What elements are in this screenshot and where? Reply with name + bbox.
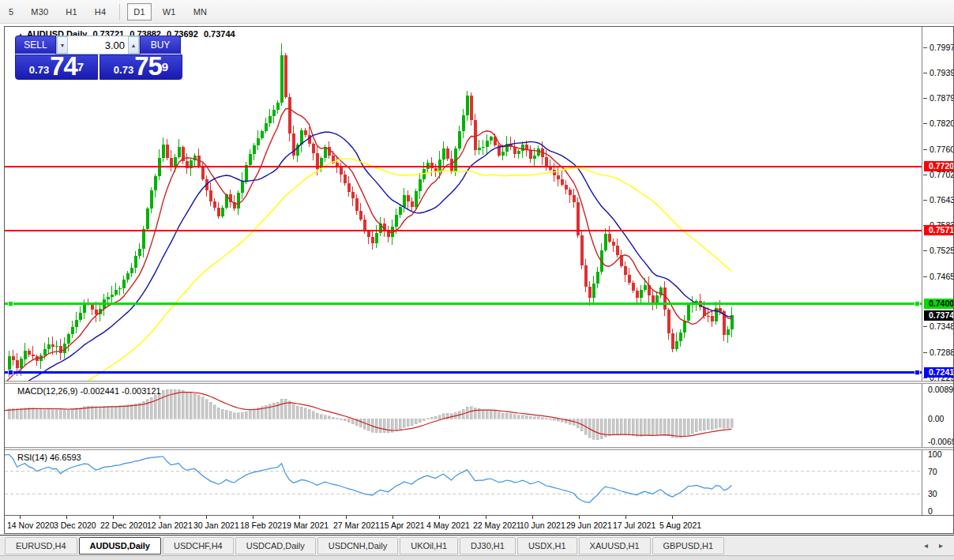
moving-average-line-50[interactable] bbox=[5, 159, 732, 381]
tab-gbpusd-h1[interactable]: GBPUSD,H1 bbox=[652, 537, 725, 554]
macd-axis-zero: 0.00 bbox=[928, 414, 944, 423]
macd-axis-max: 0.008903 bbox=[928, 385, 953, 394]
macd-values: -0.002441 -0.003121 bbox=[80, 386, 160, 396]
timeframe-button-d1[interactable]: D1 bbox=[127, 3, 151, 21]
date-tick-mark bbox=[20, 516, 21, 519]
tab-eurusd-h4[interactable]: EURUSD,H4 bbox=[5, 537, 77, 554]
moving-average-line-8[interactable] bbox=[5, 108, 732, 381]
tab-usdcnh-daily[interactable]: USDCNH,Daily bbox=[317, 537, 399, 554]
timeframe-toolbar: 5M30H1H4D1W1MN bbox=[0, 0, 954, 24]
date-label: 17 Jul 2021 bbox=[613, 521, 655, 530]
date-tick-mark bbox=[66, 516, 67, 519]
line-handle[interactable] bbox=[8, 370, 13, 375]
date-label: 12 Jan 2021 bbox=[147, 521, 193, 530]
date-label: 22 May 2021 bbox=[473, 521, 521, 530]
date-label: 10 Jun 2021 bbox=[520, 521, 565, 530]
macd-pane: MACD(12,26,9) -0.002441 -0.003121 0.0089… bbox=[5, 384, 953, 447]
line-handle[interactable] bbox=[915, 302, 919, 306]
symbol-tabbar: EURUSD,H4AUDUSD,DailyUSDCHF,H4USDCAD,Dai… bbox=[0, 535, 954, 555]
tab-dj30-h1[interactable]: DJ30,H1 bbox=[460, 537, 516, 554]
timeframe-button-m30[interactable]: M30 bbox=[24, 3, 54, 21]
price-tick-mark bbox=[923, 250, 927, 251]
macd-label: MACD(12,26,9) -0.002441 -0.003121 bbox=[17, 386, 161, 396]
timeframe-button-mn[interactable]: MN bbox=[187, 3, 214, 21]
date-label: 15 Apr 2021 bbox=[380, 521, 425, 530]
timeframe-button-h1[interactable]: H1 bbox=[59, 3, 83, 21]
date-tick-mark bbox=[392, 516, 393, 519]
rsi-value: 46.6593 bbox=[50, 453, 81, 462]
rsi-label: RSI(14) 46.6593 bbox=[17, 453, 81, 462]
date-tick-mark bbox=[625, 516, 626, 519]
line-handle[interactable] bbox=[915, 370, 919, 375]
ask-pip-digit: 9 bbox=[162, 55, 168, 79]
tab-audusd-daily[interactable]: AUDUSD,Daily bbox=[79, 537, 161, 554]
tab-scroll-arrows: ◂ ▸ bbox=[924, 541, 943, 550]
tab-scroll-right-icon[interactable]: ▸ bbox=[939, 541, 943, 550]
bottom-scroll-strip[interactable] bbox=[0, 555, 954, 560]
rsi-plot[interactable] bbox=[5, 450, 922, 515]
one-click-trade-panel: SELL ▼ ▲ BUY 0.73 74 7 0.73 bbox=[15, 36, 182, 80]
bid-pip-digit: 7 bbox=[77, 55, 84, 79]
bid-big-digits: 74 bbox=[50, 55, 77, 77]
price-tick-label: 0.78790 bbox=[930, 93, 953, 103]
rsi-pane: RSI(14) 46.6593 10070300 bbox=[5, 450, 953, 515]
rsi-axis[interactable]: 10070300 bbox=[923, 450, 953, 515]
price-tick-mark bbox=[923, 326, 927, 327]
tab-xauusd-h1[interactable]: XAUUSD,H1 bbox=[579, 537, 651, 554]
price-tick-label: 0.72880 bbox=[930, 348, 953, 357]
chart-window: ▲AUDUSD,Daily 0.73721 0.73882 0.73692 0.… bbox=[4, 26, 954, 534]
price-tick-mark bbox=[923, 378, 927, 378]
date-axis[interactable]: 14 Nov 20203 Dec 202022 Dec 202012 Jan 2… bbox=[5, 515, 953, 533]
ask-price-display[interactable]: 0.73 75 9 bbox=[100, 54, 182, 80]
rsi-axis-label-30: 30 bbox=[928, 489, 937, 498]
price-tick-label: 0.77605 bbox=[930, 145, 953, 154]
rsi-axis-label-0: 0 bbox=[928, 506, 933, 515]
date-tick-mark bbox=[532, 516, 533, 519]
tab-scroll-left-icon[interactable]: ◂ bbox=[924, 541, 928, 550]
price-tick-mark bbox=[923, 276, 927, 277]
date-tick-mark bbox=[579, 516, 580, 519]
tab-ukoil-h1[interactable]: UKOil,H1 bbox=[400, 537, 458, 554]
price-tick-label: 0.75250 bbox=[930, 246, 953, 255]
price-axis[interactable]: 0.799750.793900.787900.782050.776050.770… bbox=[923, 27, 953, 381]
date-label: 27 Mar 2021 bbox=[333, 521, 380, 530]
date-label: 5 Aug 2021 bbox=[659, 521, 701, 530]
tab-usdx-h1[interactable]: USDX,H1 bbox=[517, 537, 577, 554]
rsi-axis-label-70: 70 bbox=[928, 467, 937, 476]
macd-axis-min: -0.00697 bbox=[928, 437, 953, 446]
date-label: 4 May 2021 bbox=[426, 521, 470, 530]
price-tag-0.74007: 0.74007 bbox=[924, 299, 953, 309]
application-window: 5M30H1H4D1W1MN ▲AUDUSD,Daily 0.73721 0.7… bbox=[0, 0, 954, 560]
timeframe-button-h4[interactable]: H4 bbox=[88, 3, 112, 21]
price-tag-0.77200: 0.77200 bbox=[924, 161, 953, 171]
macd-name: MACD(12,26,9) bbox=[17, 386, 77, 396]
date-label: 18 Feb 2021 bbox=[240, 521, 287, 530]
date-tick-mark bbox=[160, 516, 160, 519]
date-label: 22 Dec 2020 bbox=[100, 521, 148, 530]
date-tick-mark bbox=[486, 516, 486, 519]
bid-price-display[interactable]: 0.73 74 7 bbox=[15, 54, 98, 80]
date-label: 29 Jun 2021 bbox=[566, 521, 612, 530]
rsi-line bbox=[5, 455, 732, 503]
price-tick-mark bbox=[923, 73, 927, 73]
date-tick-mark bbox=[206, 516, 207, 519]
rsi-canvas bbox=[5, 450, 922, 515]
price-tag-0.75716: 0.75716 bbox=[924, 225, 953, 235]
price-tick-label: 0.74650 bbox=[930, 272, 953, 281]
macd-axis[interactable]: 0.008903 0.00 -0.00697 bbox=[923, 384, 953, 447]
timeframe-button-w1[interactable]: W1 bbox=[156, 3, 182, 21]
date-tick-mark bbox=[113, 516, 114, 519]
rsi-name: RSI(14) bbox=[17, 453, 47, 462]
date-label: 9 Mar 2021 bbox=[287, 521, 329, 530]
price-tag-0.73744: 0.73744 bbox=[924, 310, 953, 321]
ask-big-digits: 75 bbox=[134, 55, 162, 77]
price-tick-label: 0.78205 bbox=[930, 118, 953, 128]
timeframe-button-5[interactable]: 5 bbox=[2, 3, 20, 21]
tab-usdchf-h4[interactable]: USDCHF,H4 bbox=[163, 537, 234, 554]
price-tick-label: 0.76435 bbox=[930, 195, 953, 205]
price-tick-label: 0.79390 bbox=[930, 68, 953, 77]
toolbar-separator bbox=[119, 4, 120, 20]
main-chart-pane: ▲AUDUSD,Daily 0.73721 0.73882 0.73692 0.… bbox=[5, 27, 953, 381]
line-handle[interactable] bbox=[8, 302, 13, 306]
tab-usdcad-daily[interactable]: USDCAD,Daily bbox=[235, 537, 316, 554]
